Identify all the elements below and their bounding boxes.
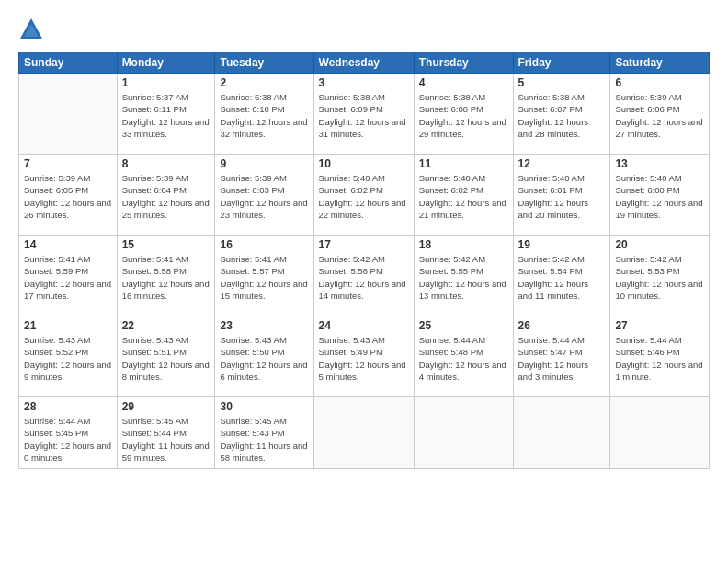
day-info: Sunrise: 5:43 AM Sunset: 5:49 PM Dayligh… [319, 334, 409, 383]
weekday-header-friday: Friday [513, 52, 610, 74]
day-info: Sunrise: 5:45 AM Sunset: 5:43 PM Dayligh… [220, 415, 308, 464]
calendar-cell: 28Sunrise: 5:44 AM Sunset: 5:45 PM Dayli… [19, 397, 118, 469]
calendar-cell: 30Sunrise: 5:45 AM Sunset: 5:43 PM Dayli… [215, 397, 313, 469]
calendar-cell [610, 397, 710, 469]
calendar-table: SundayMondayTuesdayWednesdayThursdayFrid… [18, 52, 710, 469]
calendar-cell: 20Sunrise: 5:42 AM Sunset: 5:53 PM Dayli… [610, 236, 710, 316]
day-number: 20 [615, 238, 704, 251]
day-info: Sunrise: 5:38 AM Sunset: 6:09 PM Dayligh… [319, 91, 409, 140]
day-number: 24 [319, 319, 409, 332]
day-info: Sunrise: 5:41 AM Sunset: 5:58 PM Dayligh… [122, 253, 210, 302]
day-info: Sunrise: 5:40 AM Sunset: 6:02 PM Dayligh… [419, 172, 508, 221]
day-number: 3 [319, 76, 409, 89]
day-info: Sunrise: 5:38 AM Sunset: 6:07 PM Dayligh… [518, 91, 606, 140]
calendar-cell: 8Sunrise: 5:39 AM Sunset: 6:04 PM Daylig… [117, 155, 215, 236]
week-row-1: 1Sunrise: 5:37 AM Sunset: 6:11 PM Daylig… [19, 74, 710, 155]
day-number: 16 [220, 238, 308, 251]
day-info: Sunrise: 5:39 AM Sunset: 6:04 PM Dayligh… [122, 172, 210, 221]
day-number: 30 [220, 400, 308, 413]
calendar-cell: 1Sunrise: 5:37 AM Sunset: 6:11 PM Daylig… [117, 74, 215, 155]
calendar-cell: 14Sunrise: 5:41 AM Sunset: 5:59 PM Dayli… [19, 236, 118, 316]
calendar-page: SundayMondayTuesdayWednesdayThursdayFrid… [0, 0, 728, 563]
weekday-header-sunday: Sunday [19, 52, 118, 74]
calendar-cell: 13Sunrise: 5:40 AM Sunset: 6:00 PM Dayli… [610, 155, 710, 236]
calendar-cell [513, 397, 610, 469]
day-info: Sunrise: 5:43 AM Sunset: 5:50 PM Dayligh… [220, 334, 308, 383]
day-number: 18 [419, 238, 508, 251]
day-number: 4 [419, 76, 508, 89]
day-number: 9 [220, 157, 308, 170]
day-info: Sunrise: 5:44 AM Sunset: 5:46 PM Dayligh… [615, 334, 704, 383]
day-info: Sunrise: 5:42 AM Sunset: 5:54 PM Dayligh… [518, 253, 606, 302]
weekday-header-wednesday: Wednesday [313, 52, 414, 74]
calendar-cell: 9Sunrise: 5:39 AM Sunset: 6:03 PM Daylig… [215, 155, 313, 236]
day-number: 11 [419, 157, 508, 170]
calendar-cell [19, 74, 118, 155]
calendar-cell: 12Sunrise: 5:40 AM Sunset: 6:01 PM Dayli… [513, 155, 610, 236]
day-info: Sunrise: 5:43 AM Sunset: 5:51 PM Dayligh… [122, 334, 210, 383]
day-info: Sunrise: 5:39 AM Sunset: 6:06 PM Dayligh… [615, 91, 704, 140]
day-number: 1 [122, 76, 210, 89]
day-number: 5 [518, 76, 606, 89]
calendar-cell: 6Sunrise: 5:39 AM Sunset: 6:06 PM Daylig… [610, 74, 710, 155]
calendar-cell: 7Sunrise: 5:39 AM Sunset: 6:05 PM Daylig… [19, 155, 118, 236]
day-number: 22 [122, 319, 210, 332]
day-info: Sunrise: 5:43 AM Sunset: 5:52 PM Dayligh… [24, 334, 112, 383]
day-info: Sunrise: 5:42 AM Sunset: 5:55 PM Dayligh… [419, 253, 508, 302]
calendar-cell: 25Sunrise: 5:44 AM Sunset: 5:48 PM Dayli… [414, 316, 513, 397]
calendar-cell: 26Sunrise: 5:44 AM Sunset: 5:47 PM Dayli… [513, 316, 610, 397]
day-info: Sunrise: 5:45 AM Sunset: 5:44 PM Dayligh… [122, 415, 210, 464]
calendar-cell: 3Sunrise: 5:38 AM Sunset: 6:09 PM Daylig… [313, 74, 414, 155]
day-number: 6 [615, 76, 704, 89]
day-number: 13 [615, 157, 704, 170]
calendar-cell [414, 397, 513, 469]
day-number: 29 [122, 400, 210, 413]
logo [18, 17, 50, 42]
week-row-3: 14Sunrise: 5:41 AM Sunset: 5:59 PM Dayli… [19, 236, 710, 316]
calendar-cell: 24Sunrise: 5:43 AM Sunset: 5:49 PM Dayli… [313, 316, 414, 397]
week-row-2: 7Sunrise: 5:39 AM Sunset: 6:05 PM Daylig… [19, 155, 710, 236]
day-info: Sunrise: 5:37 AM Sunset: 6:11 PM Dayligh… [122, 91, 210, 140]
weekday-header-tuesday: Tuesday [215, 52, 313, 74]
calendar-cell: 2Sunrise: 5:38 AM Sunset: 6:10 PM Daylig… [215, 74, 313, 155]
week-row-4: 21Sunrise: 5:43 AM Sunset: 5:52 PM Dayli… [19, 316, 710, 397]
day-info: Sunrise: 5:40 AM Sunset: 6:02 PM Dayligh… [319, 172, 409, 221]
calendar-cell: 17Sunrise: 5:42 AM Sunset: 5:56 PM Dayli… [313, 236, 414, 316]
calendar-cell: 29Sunrise: 5:45 AM Sunset: 5:44 PM Dayli… [117, 397, 215, 469]
day-info: Sunrise: 5:38 AM Sunset: 6:08 PM Dayligh… [419, 91, 508, 140]
day-number: 17 [319, 238, 409, 251]
day-info: Sunrise: 5:44 AM Sunset: 5:45 PM Dayligh… [24, 415, 112, 464]
day-info: Sunrise: 5:44 AM Sunset: 5:47 PM Dayligh… [518, 334, 606, 383]
week-row-5: 28Sunrise: 5:44 AM Sunset: 5:45 PM Dayli… [19, 397, 710, 469]
calendar-cell: 4Sunrise: 5:38 AM Sunset: 6:08 PM Daylig… [414, 74, 513, 155]
day-info: Sunrise: 5:40 AM Sunset: 6:00 PM Dayligh… [615, 172, 704, 221]
calendar-cell: 10Sunrise: 5:40 AM Sunset: 6:02 PM Dayli… [313, 155, 414, 236]
day-number: 14 [24, 238, 112, 251]
page-header [18, 17, 710, 42]
calendar-cell: 15Sunrise: 5:41 AM Sunset: 5:58 PM Dayli… [117, 236, 215, 316]
calendar-cell [313, 397, 414, 469]
weekday-header-row: SundayMondayTuesdayWednesdayThursdayFrid… [19, 52, 710, 74]
day-info: Sunrise: 5:40 AM Sunset: 6:01 PM Dayligh… [518, 172, 606, 221]
day-info: Sunrise: 5:42 AM Sunset: 5:53 PM Dayligh… [615, 253, 704, 302]
day-info: Sunrise: 5:44 AM Sunset: 5:48 PM Dayligh… [419, 334, 508, 383]
day-number: 23 [220, 319, 308, 332]
day-number: 21 [24, 319, 112, 332]
calendar-cell: 18Sunrise: 5:42 AM Sunset: 5:55 PM Dayli… [414, 236, 513, 316]
day-info: Sunrise: 5:39 AM Sunset: 6:03 PM Dayligh… [220, 172, 308, 221]
day-number: 12 [518, 157, 606, 170]
day-number: 27 [615, 319, 704, 332]
weekday-header-monday: Monday [117, 52, 215, 74]
day-info: Sunrise: 5:39 AM Sunset: 6:05 PM Dayligh… [24, 172, 112, 221]
day-number: 15 [122, 238, 210, 251]
calendar-cell: 16Sunrise: 5:41 AM Sunset: 5:57 PM Dayli… [215, 236, 313, 316]
day-info: Sunrise: 5:41 AM Sunset: 5:59 PM Dayligh… [24, 253, 112, 302]
day-number: 28 [24, 400, 112, 413]
day-number: 2 [220, 76, 308, 89]
weekday-header-saturday: Saturday [610, 52, 710, 74]
calendar-cell: 21Sunrise: 5:43 AM Sunset: 5:52 PM Dayli… [19, 316, 118, 397]
day-info: Sunrise: 5:42 AM Sunset: 5:56 PM Dayligh… [319, 253, 409, 302]
day-number: 25 [419, 319, 508, 332]
calendar-cell: 22Sunrise: 5:43 AM Sunset: 5:51 PM Dayli… [117, 316, 215, 397]
day-number: 26 [518, 319, 606, 332]
